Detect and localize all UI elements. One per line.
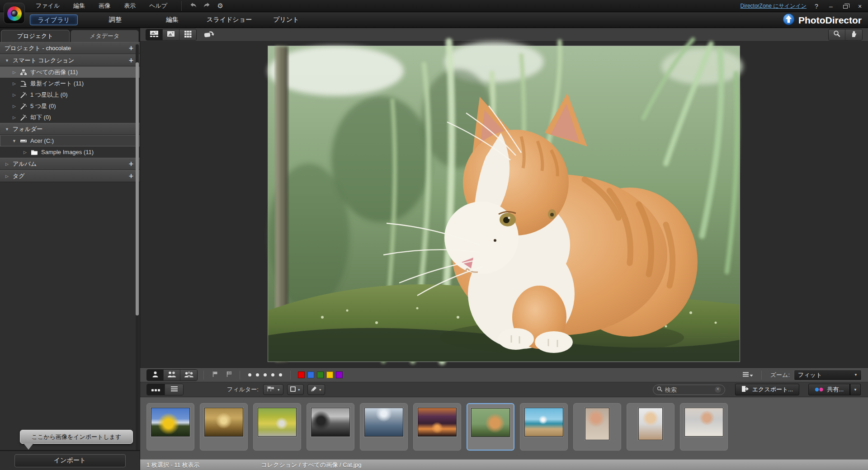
menu-edit[interactable]: 編集 xyxy=(66,0,92,12)
thumbnail-sunset-clouds-image xyxy=(418,408,457,437)
thumbnail-woman-smiling[interactable] xyxy=(573,403,621,451)
redo-button[interactable] xyxy=(201,1,212,11)
restore-button[interactable] xyxy=(841,2,850,11)
thumbnail-bicycle-field-image xyxy=(258,408,297,437)
filter-label-dropdown[interactable]: ▼ xyxy=(287,384,304,395)
thumbnail-options-button[interactable] xyxy=(740,370,755,381)
zoom-tool-button[interactable] xyxy=(829,29,845,40)
expander-icon[interactable]: ▷ xyxy=(23,150,28,155)
expander-icon[interactable]: ▷ xyxy=(12,104,17,108)
compare-two-photos-button[interactable] xyxy=(164,370,180,381)
tab-slideshow[interactable]: スライドショー xyxy=(201,16,258,24)
section-folders[interactable]: ▼フォルダー xyxy=(0,123,140,135)
search-input[interactable] xyxy=(665,386,712,393)
add-section-smart-collection-button[interactable]: + xyxy=(127,56,135,65)
menu-help[interactable]: ヘルプ xyxy=(142,0,174,12)
item-one-star-plus[interactable]: ▷1 つ星以上 (0) xyxy=(0,89,140,100)
viewer-only-mode-button[interactable] xyxy=(163,29,179,40)
main-area: ズーム: フィット ▼ フィルター: xyxy=(140,28,868,470)
item-all-photos[interactable]: ▷すべての画像 (11) xyxy=(0,66,140,78)
thumbnail-cat[interactable] xyxy=(467,403,514,451)
section-smart-collection[interactable]: ▼スマート コレクション+ xyxy=(0,54,140,66)
thumbnail-view-button[interactable] xyxy=(147,384,165,395)
close-button[interactable]: × xyxy=(855,2,864,11)
expander-icon[interactable]: ▼ xyxy=(5,127,9,132)
add-section-albums-button[interactable]: + xyxy=(127,160,135,168)
thumbnail-sunflower[interactable] xyxy=(146,403,194,451)
menu-view[interactable]: 表示 xyxy=(117,0,142,12)
menu-image[interactable]: 画像 xyxy=(92,0,117,12)
item-drive-acer-c[interactable]: ▼Acer (C:) xyxy=(0,135,140,146)
flag-reject-button[interactable] xyxy=(224,370,234,381)
thumbnail-dark-monument[interactable] xyxy=(307,403,354,451)
section-albums[interactable]: ▷アルバム+ xyxy=(0,158,140,170)
sidebar-scrollbar[interactable] xyxy=(136,44,139,451)
thumbnail-woman-laughing[interactable] xyxy=(627,403,675,451)
rating-dot-5[interactable] xyxy=(279,373,282,376)
filter-flags-dropdown[interactable]: ▼ xyxy=(263,384,283,395)
share-button[interactable]: 共有... xyxy=(808,384,850,395)
color-label-3[interactable] xyxy=(317,371,324,378)
expander-icon[interactable]: ▼ xyxy=(5,58,9,63)
grid-view-button[interactable] xyxy=(179,29,196,40)
list-view-button[interactable] xyxy=(165,384,183,395)
viewer-and-filmstrip-mode-button[interactable] xyxy=(146,29,163,40)
thumbnail-beach-couple[interactable] xyxy=(520,403,568,451)
photo-cat[interactable] xyxy=(268,46,740,362)
expander-icon[interactable]: ▷ xyxy=(12,70,17,75)
three-people-icon xyxy=(184,371,194,379)
export-button[interactable]: エクスポート... xyxy=(735,384,799,395)
color-label-4[interactable] xyxy=(326,371,333,378)
view-single-photo-button[interactable] xyxy=(147,370,164,381)
filter-rating-dropdown[interactable]: ▼ xyxy=(307,384,325,395)
expander-icon[interactable]: ▼ xyxy=(12,139,17,143)
tab-edit[interactable]: 編集 xyxy=(144,16,201,24)
add-section-tags-button[interactable]: + xyxy=(127,172,135,180)
tab-adjustment[interactable]: 調整 xyxy=(87,16,144,24)
side-tab-project[interactable]: プロジェクト xyxy=(1,30,70,42)
rating-dot-4[interactable] xyxy=(271,373,274,376)
menu-file[interactable]: ファイル xyxy=(29,0,66,12)
rating-dot-2[interactable] xyxy=(256,373,259,376)
section-tags[interactable]: ▷タグ+ xyxy=(0,170,140,182)
item-rejected[interactable]: ▷却下 (0) xyxy=(0,112,140,123)
side-tab-metadata[interactable]: メタデータ xyxy=(71,30,139,42)
rating-dot-1[interactable] xyxy=(248,373,251,376)
expander-icon[interactable]: ▷ xyxy=(12,81,17,86)
color-label-2[interactable] xyxy=(307,371,314,378)
thumbnail-mountain-lake[interactable] xyxy=(360,403,408,451)
zoom-select[interactable]: フィット ▼ xyxy=(794,370,862,381)
settings-button[interactable]: ⚙ xyxy=(214,1,226,11)
tab-library[interactable]: ライブラリ xyxy=(30,14,78,25)
expander-icon[interactable]: ▷ xyxy=(12,115,17,120)
expander-icon[interactable]: ▷ xyxy=(12,93,17,97)
item-latest-import[interactable]: ▷最新インポート (11) xyxy=(0,78,140,89)
thumbnail-sunset-clouds[interactable] xyxy=(413,403,461,451)
sidebar-scrollbar-thumb[interactable] xyxy=(136,62,139,315)
directorzone-signin-link[interactable]: DirectorZone にサインイン xyxy=(741,2,807,10)
item-five-star[interactable]: ▷5 つ星 (0) xyxy=(0,100,140,112)
share-dropdown-button[interactable]: ▼ xyxy=(850,384,861,395)
color-label-5[interactable] xyxy=(336,371,343,378)
minimize-button[interactable]: – xyxy=(826,2,835,11)
import-button[interactable]: インポート xyxy=(14,454,126,467)
clear-search-icon[interactable]: × xyxy=(715,386,721,393)
flag-pick-button[interactable] xyxy=(210,370,220,381)
help-button[interactable]: ? xyxy=(812,2,821,11)
expander-icon[interactable]: ▷ xyxy=(5,162,9,166)
undo-button[interactable] xyxy=(187,1,199,11)
thumbnail-woman-in-white[interactable] xyxy=(680,403,728,451)
expander-icon[interactable]: ▷ xyxy=(5,174,9,179)
rotate-photo-button[interactable] xyxy=(201,29,217,40)
tab-print[interactable]: プリント xyxy=(258,16,315,24)
viewer-only-icon xyxy=(167,31,175,38)
add-project-button[interactable]: + xyxy=(127,44,135,52)
app-logo-lens-icon xyxy=(7,6,22,21)
color-label-1[interactable] xyxy=(298,371,305,378)
rating-dot-3[interactable] xyxy=(264,373,267,376)
item-folder-sample-images[interactable]: ▷Sample Images (11) xyxy=(0,146,140,158)
thumbnail-spiral-staircase[interactable] xyxy=(200,403,248,451)
thumbnail-bicycle-field[interactable] xyxy=(253,403,301,451)
pan-tool-button[interactable] xyxy=(845,29,862,40)
compare-multiple-photos-button[interactable] xyxy=(180,370,197,381)
